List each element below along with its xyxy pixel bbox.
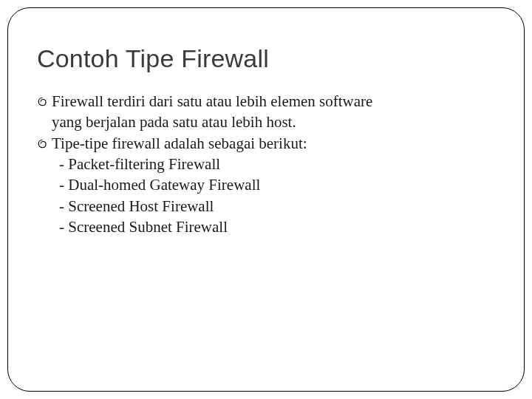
- slide-title: Contoh Tipe Firewall: [37, 44, 495, 73]
- sub-item: - Screened Host Firewall: [59, 196, 495, 216]
- bullet-text: Tipe-tipe firewall adalah sebagai beriku…: [52, 133, 495, 154]
- swirl-bullet-icon: [37, 91, 52, 111]
- bullet-continuation: yang berjalan pada satu atau lebih host.: [52, 112, 495, 132]
- bullet-item: Firewall terdiri dari satu atau lebih el…: [37, 91, 495, 112]
- bullet-item: Tipe-tipe firewall adalah sebagai beriku…: [37, 133, 495, 154]
- slide-content: Contoh Tipe Firewall Firewall terdiri da…: [37, 30, 495, 237]
- bullet-text: Firewall terdiri dari satu atau lebih el…: [52, 91, 495, 112]
- sub-item: - Packet-filtering Firewall: [59, 154, 495, 174]
- sub-item: - Dual-homed Gateway Firewall: [59, 174, 495, 195]
- sub-item: - Screened Subnet Firewall: [59, 216, 495, 237]
- swirl-bullet-icon: [37, 133, 52, 153]
- bullet-list: Firewall terdiri dari satu atau lebih el…: [37, 91, 495, 237]
